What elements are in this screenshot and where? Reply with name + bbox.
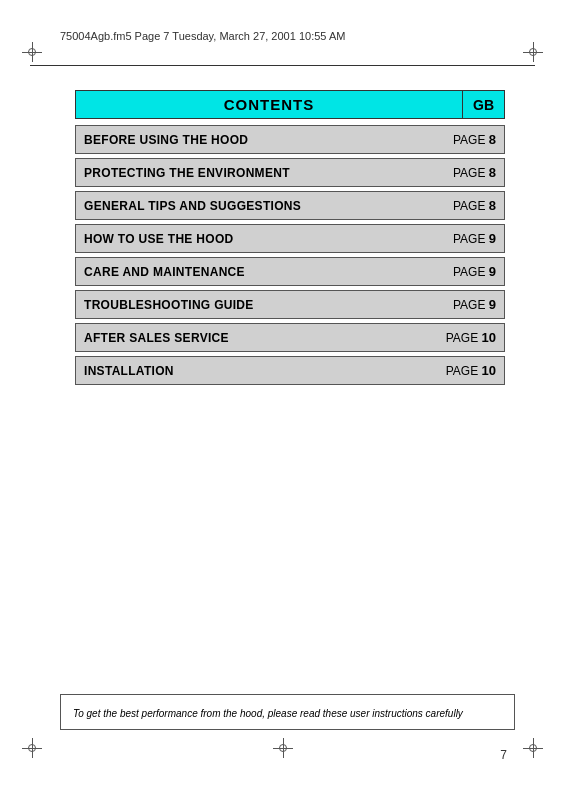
toc-row: BEFORE USING THE HOOD PAGE 8: [75, 125, 505, 154]
toc-page: PAGE 10: [434, 357, 504, 384]
crosshair-bottom-right: [523, 738, 543, 758]
header-filename: 75004Agb.fm5 Page 7 Tuesday, March 27, 2…: [60, 30, 345, 42]
toc-label-text: TROUBLESHOOTING GUIDE: [84, 298, 254, 312]
toc-page-text: PAGE 9: [453, 264, 496, 279]
content-area: CONTENTS GB BEFORE USING THE HOOD PAGE 8…: [75, 90, 505, 389]
toc-page: PAGE 9: [434, 225, 504, 252]
contents-gb-label: GB: [473, 97, 494, 113]
toc-label-text: GENERAL TIPS AND SUGGESTIONS: [84, 199, 301, 213]
toc-page: PAGE 9: [434, 258, 504, 285]
toc-row: GENERAL TIPS AND SUGGESTIONS PAGE 8: [75, 191, 505, 220]
contents-header: CONTENTS GB: [75, 90, 505, 119]
toc-page: PAGE 8: [434, 159, 504, 186]
crosshair-bottom-center: [273, 738, 293, 758]
toc-label: INSTALLATION: [76, 357, 434, 384]
toc-page: PAGE 9: [434, 291, 504, 318]
crosshair-bottom-left: [22, 738, 42, 758]
contents-title-cell: CONTENTS: [75, 90, 462, 119]
bottom-note-box: To get the best performance from the hoo…: [60, 694, 515, 730]
crosshair-top-left: [22, 42, 42, 62]
toc-page-text: PAGE 9: [453, 231, 496, 246]
toc-row: TROUBLESHOOTING GUIDE PAGE 9: [75, 290, 505, 319]
toc-label: PROTECTING THE ENVIRONMENT: [76, 159, 434, 186]
toc-label: CARE AND MAINTENANCE: [76, 258, 434, 285]
toc-label: TROUBLESHOOTING GUIDE: [76, 291, 434, 318]
page-number: 7: [500, 748, 507, 762]
toc-label-text: AFTER SALES SERVICE: [84, 331, 229, 345]
toc-label: HOW TO USE THE HOOD: [76, 225, 434, 252]
toc-row: HOW TO USE THE HOOD PAGE 9: [75, 224, 505, 253]
toc-row: CARE AND MAINTENANCE PAGE 9: [75, 257, 505, 286]
toc-page-text: PAGE 8: [453, 165, 496, 180]
contents-gb-cell: GB: [462, 90, 505, 119]
contents-title: CONTENTS: [224, 96, 315, 113]
bottom-note-text: To get the best performance from the hoo…: [73, 708, 463, 719]
toc-table: BEFORE USING THE HOOD PAGE 8 PROTECTING …: [75, 125, 505, 385]
toc-page-text: PAGE 8: [453, 132, 496, 147]
toc-label-text: INSTALLATION: [84, 364, 174, 378]
toc-page: PAGE 8: [434, 126, 504, 153]
toc-label-text: HOW TO USE THE HOOD: [84, 232, 233, 246]
toc-page-text: PAGE 10: [446, 330, 496, 345]
toc-page-text: PAGE 8: [453, 198, 496, 213]
crosshair-top-right: [523, 42, 543, 62]
page: 75004Agb.fm5 Page 7 Tuesday, March 27, 2…: [0, 0, 565, 800]
toc-label-text: CARE AND MAINTENANCE: [84, 265, 245, 279]
toc-row: PROTECTING THE ENVIRONMENT PAGE 8: [75, 158, 505, 187]
toc-label-text: PROTECTING THE ENVIRONMENT: [84, 166, 290, 180]
toc-label: GENERAL TIPS AND SUGGESTIONS: [76, 192, 434, 219]
toc-label-text: BEFORE USING THE HOOD: [84, 133, 248, 147]
header-bar: 75004Agb.fm5 Page 7 Tuesday, March 27, 2…: [60, 30, 535, 42]
toc-row: INSTALLATION PAGE 10: [75, 356, 505, 385]
toc-label: BEFORE USING THE HOOD: [76, 126, 434, 153]
toc-label: AFTER SALES SERVICE: [76, 324, 434, 351]
toc-page-text: PAGE 9: [453, 297, 496, 312]
toc-page: PAGE 10: [434, 324, 504, 351]
toc-page: PAGE 8: [434, 192, 504, 219]
toc-row: AFTER SALES SERVICE PAGE 10: [75, 323, 505, 352]
toc-page-text: PAGE 10: [446, 363, 496, 378]
top-divider: [30, 65, 535, 66]
